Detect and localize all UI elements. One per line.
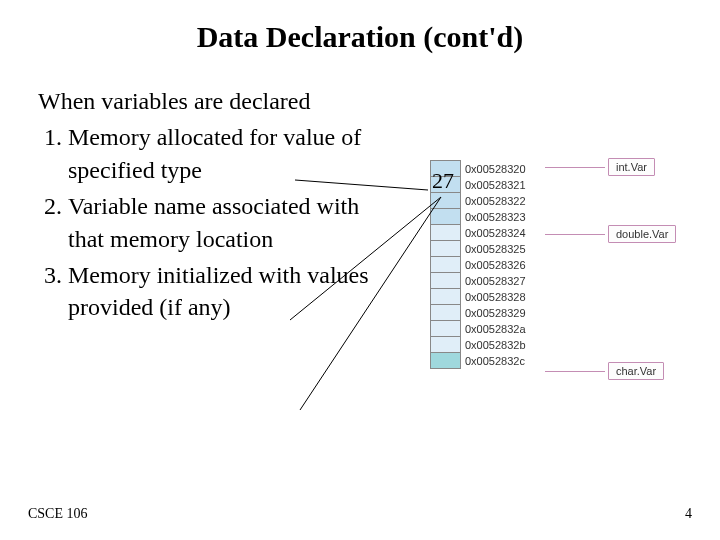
slide-title: Data Declaration (cont'd)	[0, 20, 720, 54]
mem-cell	[431, 257, 461, 273]
mem-addr: 0x00528327	[461, 273, 529, 289]
mem-cell	[431, 193, 461, 209]
mem-addr: 0x00528320	[461, 161, 529, 177]
body-text: When variables are declared Memory alloc…	[38, 85, 378, 328]
mem-cell	[431, 177, 461, 193]
memory-table: 0x00528320 0x00528321 0x00528322 0x00528…	[430, 160, 529, 369]
memory-diagram: 0x00528320 0x00528321 0x00528322 0x00528…	[430, 160, 700, 369]
var-label-char: char.Var	[608, 362, 664, 380]
mem-cell	[431, 289, 461, 305]
mem-addr: 0x0052832a	[461, 321, 529, 337]
mem-addr: 0x00528324	[461, 225, 529, 241]
mem-addr: 0x00528325	[461, 241, 529, 257]
footer-page: 4	[685, 506, 692, 522]
intro-line: When variables are declared	[38, 85, 378, 117]
mem-cell	[431, 225, 461, 241]
mem-cell	[431, 273, 461, 289]
mem-cell	[431, 353, 461, 369]
mem-cell	[431, 241, 461, 257]
mem-addr: 0x00528323	[461, 209, 529, 225]
list-item: Memory initialized with values provided …	[68, 259, 378, 324]
mem-addr: 0x0052832c	[461, 353, 529, 369]
var-connector	[545, 167, 605, 168]
list-item: Variable name associated with that memor…	[68, 190, 378, 255]
mem-cell	[431, 161, 461, 177]
list-item: Memory allocated for value of specified …	[68, 121, 378, 186]
mem-addr: 0x00528322	[461, 193, 529, 209]
var-label-double: double.Var	[608, 225, 676, 243]
declaration-list: Memory allocated for value of specified …	[38, 121, 378, 323]
mem-cell	[431, 305, 461, 321]
mem-cell	[431, 321, 461, 337]
mem-cell	[431, 209, 461, 225]
var-connector	[545, 371, 605, 372]
mem-addr: 0x00528321	[461, 177, 529, 193]
mem-addr: 0x00528329	[461, 305, 529, 321]
mem-cell	[431, 337, 461, 353]
mem-addr: 0x0052832b	[461, 337, 529, 353]
var-connector	[545, 234, 605, 235]
footer-course: CSCE 106	[28, 506, 88, 522]
mem-addr: 0x00528326	[461, 257, 529, 273]
mem-addr: 0x00528328	[461, 289, 529, 305]
var-label-int: int.Var	[608, 158, 655, 176]
